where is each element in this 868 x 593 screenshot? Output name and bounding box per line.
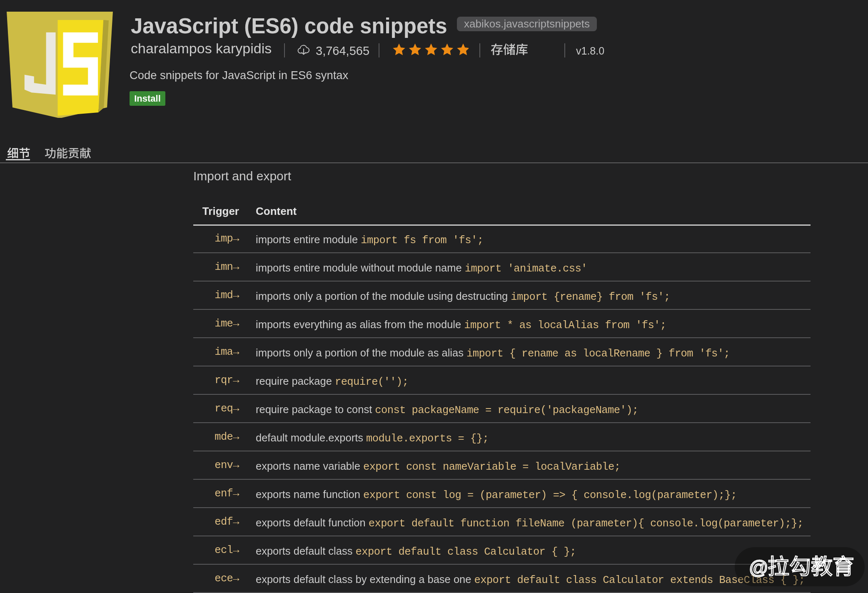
svg-text:@: @	[749, 557, 768, 578]
